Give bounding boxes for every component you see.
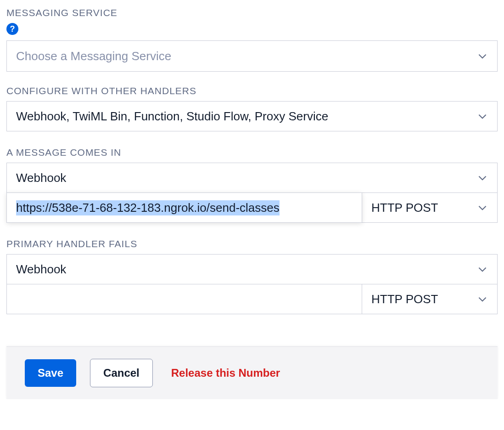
message-url-row: https://538e-71-68-132-183.ngrok.io/send…: [6, 192, 498, 223]
chevron-down-icon: [468, 263, 497, 275]
fallback-url-input[interactable]: [16, 292, 353, 306]
messaging-service-label: MESSAGING SERVICE: [6, 7, 498, 18]
message-handler-select[interactable]: Webhook: [6, 163, 498, 193]
message-url-input[interactable]: https://538e-71-68-132-183.ngrok.io/send…: [16, 200, 280, 215]
message-comes-in-section: A MESSAGE COMES IN Webhook https://538e-…: [6, 147, 498, 223]
message-method-select[interactable]: HTTP POST: [362, 192, 498, 223]
fallback-method-value: HTTP POST: [362, 292, 468, 306]
fallback-url-input-wrapper[interactable]: [6, 284, 362, 314]
chevron-down-icon: [468, 50, 497, 62]
chevron-down-icon: [468, 293, 497, 305]
messaging-service-select[interactable]: Choose a Messaging Service: [6, 40, 498, 72]
primary-handler-fails-section: PRIMARY HANDLER FAILS Webhook HTTP POST: [6, 238, 498, 314]
footer-bar: Save Cancel Release this Number: [6, 346, 498, 399]
fallback-method-select[interactable]: HTTP POST: [362, 284, 498, 314]
message-comes-in-label: A MESSAGE COMES IN: [6, 147, 498, 158]
fallback-handler-value: Webhook: [7, 262, 468, 277]
fallback-handler-select[interactable]: Webhook: [6, 254, 498, 284]
configure-handlers-label: CONFIGURE WITH OTHER HANDLERS: [6, 85, 498, 96]
help-icon[interactable]: ?: [6, 23, 18, 35]
message-method-value: HTTP POST: [362, 201, 468, 215]
messaging-service-placeholder: Choose a Messaging Service: [7, 49, 468, 63]
messaging-service-section: MESSAGING SERVICE ? Choose a Messaging S…: [6, 7, 498, 72]
release-number-link[interactable]: Release this Number: [171, 367, 280, 379]
configure-handlers-value: Webhook, TwiML Bin, Function, Studio Flo…: [7, 109, 468, 124]
message-url-input-wrapper[interactable]: https://538e-71-68-132-183.ngrok.io/send…: [6, 192, 362, 223]
message-handler-value: Webhook: [7, 171, 468, 185]
chevron-down-icon: [468, 172, 497, 184]
cancel-button[interactable]: Cancel: [90, 359, 153, 387]
save-button[interactable]: Save: [25, 359, 76, 387]
fallback-url-row: HTTP POST: [6, 284, 498, 314]
help-icon-glyph: ?: [10, 24, 15, 34]
configure-handlers-select[interactable]: Webhook, TwiML Bin, Function, Studio Flo…: [6, 101, 498, 131]
chevron-down-icon: [468, 202, 497, 214]
configure-handlers-section: CONFIGURE WITH OTHER HANDLERS Webhook, T…: [6, 85, 498, 131]
chevron-down-icon: [468, 110, 497, 122]
primary-handler-fails-label: PRIMARY HANDLER FAILS: [6, 238, 498, 249]
